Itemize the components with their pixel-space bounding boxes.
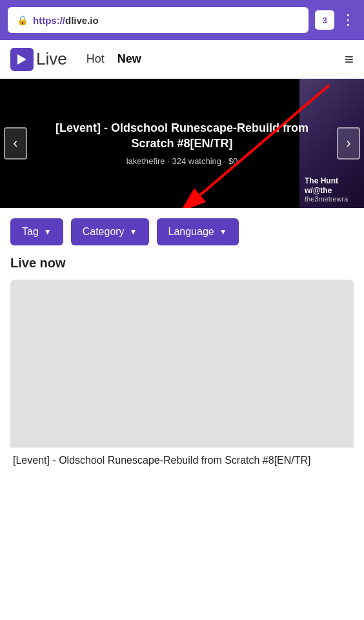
- stream-card[interactable]: [Levent] - Oldschool Runescape-Rebuild f…: [10, 280, 354, 474]
- peek-sub: the3metrewra: [305, 195, 348, 203]
- carousel-stream-meta: lakethefire · 324 watching · $0: [126, 156, 238, 166]
- peek-title: The Hunt w/@the: [305, 176, 359, 195]
- category-filter-button[interactable]: Category ▼: [71, 218, 149, 245]
- nav-links: Hot New: [86, 52, 345, 66]
- live-now-section: Live now [Levent] - Oldschool Runescape-…: [0, 256, 364, 474]
- tab-count-badge[interactable]: 3: [315, 10, 334, 30]
- hamburger-menu-icon[interactable]: ≡: [345, 50, 354, 68]
- browser-bar: 🔒 https://dlive.io 3 ⋮: [0, 0, 364, 40]
- hero-carousel: ‹ [Levent] - Oldschool Runescape-Rebuild…: [0, 79, 364, 208]
- url-text: https://dlive.io: [33, 15, 99, 26]
- carousel-main-content: [Levent] - Oldschool Runescape-Rebuild f…: [0, 121, 364, 166]
- tag-filter-button[interactable]: Tag ▼: [10, 218, 63, 245]
- category-chevron-icon: ▼: [130, 227, 137, 236]
- tag-chevron-icon: ▼: [44, 227, 52, 236]
- stream-card-title: [Levent] - Oldschool Runescape-Rebuild f…: [13, 454, 351, 468]
- browser-more-icon[interactable]: ⋮: [341, 12, 356, 28]
- app-header: Live Hot New ≡: [0, 40, 364, 79]
- stream-info: [Levent] - Oldschool Runescape-Rebuild f…: [10, 448, 354, 474]
- lock-icon: 🔒: [17, 15, 28, 25]
- carousel-prev-button[interactable]: ‹: [4, 127, 27, 160]
- nav-hot[interactable]: Hot: [86, 52, 105, 66]
- nav-new[interactable]: New: [117, 52, 141, 66]
- logo-text: Live: [36, 49, 67, 69]
- language-chevron-icon: ▼: [219, 227, 227, 236]
- filter-bar: Tag ▼ Category ▼ Language ▼: [0, 208, 364, 256]
- logo[interactable]: Live: [10, 48, 67, 71]
- live-now-title: Live now: [10, 256, 354, 271]
- carousel-next-button[interactable]: ›: [337, 127, 360, 160]
- stream-thumbnail: [10, 280, 354, 448]
- carousel-stream-title: [Levent] - Oldschool Runescape-Rebuild f…: [52, 121, 312, 151]
- address-bar[interactable]: 🔒 https://dlive.io: [8, 7, 308, 33]
- language-filter-button[interactable]: Language ▼: [157, 218, 239, 245]
